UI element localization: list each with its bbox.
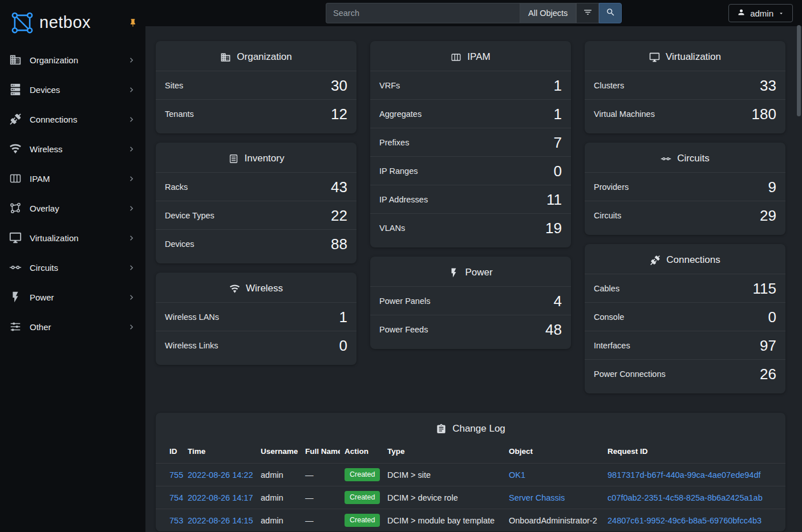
sidebar-item-label: Devices <box>30 85 60 95</box>
stat-value-link[interactable]: 1 <box>339 310 347 324</box>
card-title: Circuits <box>585 143 785 172</box>
stat-label: VLANs <box>379 224 405 233</box>
stat-label: VRFs <box>379 81 400 90</box>
stat-label: Device Types <box>165 211 214 220</box>
changelog-id-link[interactable]: 755 <box>169 470 183 480</box>
stat-value-link[interactable]: 43 <box>331 180 347 194</box>
sidebar-item-ipam[interactable]: IPAM <box>0 164 145 193</box>
sidebar-item-devices[interactable]: Devices <box>0 75 145 104</box>
search-icon <box>606 7 615 19</box>
stat-value-link[interactable]: 1 <box>554 78 562 93</box>
column-header: Object <box>504 442 603 464</box>
sidebar-header: netbox <box>0 0 145 45</box>
stat-value-link[interactable]: 11 <box>546 192 562 207</box>
changelog-time-link[interactable]: 2022-08-26 14:22 <box>188 470 253 480</box>
pin-sidebar-icon[interactable] <box>128 18 137 27</box>
netbox-logo-icon[interactable] <box>10 11 34 35</box>
changelog-id-link[interactable]: 754 <box>169 493 183 502</box>
stat-label: Interfaces <box>594 341 630 350</box>
changelog-time-link[interactable]: 2022-08-26 14:17 <box>188 493 253 502</box>
stat-label: Wireless Links <box>165 341 218 350</box>
object-type-button[interactable]: All Objects <box>520 3 576 23</box>
wifi-icon <box>9 143 22 155</box>
stat-value-link[interactable]: 88 <box>331 237 347 251</box>
stat-value-link[interactable]: 115 <box>753 281 776 296</box>
changelog-object-link[interactable]: Server Chassis <box>509 493 565 502</box>
stat-value-link[interactable]: 1 <box>554 107 562 121</box>
chevron-right-icon <box>127 174 136 184</box>
card-title: Connections <box>585 244 785 274</box>
sidebar-item-circuits[interactable]: Circuits <box>0 253 145 282</box>
changelog-row: 754 2022-08-26 14:17 admin — Created DCI… <box>156 486 785 509</box>
stat-value-link[interactable]: 26 <box>760 367 776 381</box>
stat-value-link[interactable]: 4 <box>554 294 562 308</box>
stat-value-link[interactable]: 0 <box>554 164 562 178</box>
stat-label: Cables <box>594 284 619 293</box>
stat-row: Wireless LANs 1 <box>156 302 357 331</box>
search-group: All Objects <box>326 3 622 23</box>
changelog-object-link[interactable]: OK1 <box>509 470 525 480</box>
changelog-request-link[interactable]: c07f0ab2-2351-4c58-825a-8b6a2425a1ab <box>607 493 763 502</box>
search-button[interactable] <box>599 3 622 23</box>
monitor-icon <box>9 232 22 244</box>
card-title: Wireless <box>156 273 357 302</box>
stat-value-link[interactable]: 0 <box>768 310 776 324</box>
stat-row: Prefixes 7 <box>370 128 571 156</box>
stat-value-link[interactable]: 22 <box>331 208 347 223</box>
stat-value-link[interactable]: 180 <box>752 107 776 121</box>
card-title-text: Power <box>465 267 492 278</box>
stat-label: Wireless LANs <box>165 312 219 322</box>
changelog-time-link[interactable]: 2022-08-26 14:15 <box>188 516 253 525</box>
stat-value-link[interactable]: 97 <box>760 338 776 353</box>
sidebar-item-virtualization[interactable]: Virtualization <box>0 223 145 253</box>
monitor-icon <box>649 52 660 63</box>
search-input[interactable] <box>326 3 520 23</box>
card-wireless: Wireless Wireless LANs 1 Wireless Links … <box>156 273 357 365</box>
changelog-username: admin <box>261 470 283 480</box>
stat-value-link[interactable]: 19 <box>545 221 562 235</box>
stat-value-link[interactable]: 0 <box>339 338 347 353</box>
stat-value-link[interactable]: 12 <box>331 107 347 121</box>
stat-label: Aggregates <box>379 109 422 119</box>
sidebar-item-label: Power <box>30 293 54 302</box>
card-title-text: Connections <box>666 254 720 266</box>
stat-value-link[interactable]: 48 <box>545 322 562 337</box>
chevron-right-icon <box>127 115 136 124</box>
sidebar-item-organization[interactable]: Organization <box>0 45 145 75</box>
building-icon <box>220 52 231 63</box>
sidebar-item-label: Connections <box>30 115 77 124</box>
column-header: Type <box>383 442 504 464</box>
stat-row: Racks 43 <box>156 172 357 201</box>
scrollbar-thumb[interactable] <box>797 25 801 116</box>
changelog-id-link[interactable]: 753 <box>169 516 183 525</box>
stat-value-link[interactable]: 7 <box>554 135 562 150</box>
changelog-request-link[interactable]: 9817317d-b67f-440a-99ca-4ae07ede94df <box>607 470 760 480</box>
sidebar-item-connections[interactable]: Connections <box>0 104 145 134</box>
changelog-header-row: ID Time Username Full Name Action Type O… <box>156 442 785 464</box>
list-box-icon <box>228 153 239 164</box>
user-menu-button[interactable]: admin <box>728 4 793 22</box>
column-header: Time <box>183 442 256 464</box>
chevron-right-icon <box>127 204 136 213</box>
sidebar-item-other[interactable]: Other <box>0 312 145 342</box>
stat-label: Power Connections <box>594 369 666 379</box>
filter-button[interactable] <box>576 3 599 23</box>
stat-row: Interfaces 97 <box>585 331 785 359</box>
card-ipam: IPAM VRFs 1 Aggregates 1 Prefixes 7 IP R… <box>370 41 571 247</box>
stat-label: Virtual Machines <box>594 109 655 119</box>
sidebar-item-wireless[interactable]: Wireless <box>0 134 145 164</box>
changelog-request-link[interactable]: 24807c61-9952-49c6-b8a5-69760bfcc4b3 <box>607 516 762 525</box>
changelog-username: admin <box>261 493 283 502</box>
stat-value-link[interactable]: 29 <box>760 208 776 223</box>
stat-value-link[interactable]: 30 <box>331 78 347 93</box>
username: admin <box>750 9 773 18</box>
stat-row: Aggregates 1 <box>370 99 571 128</box>
brand-name[interactable]: netbox <box>39 13 91 32</box>
card-title: Power <box>370 257 571 286</box>
sidebar-item-power[interactable]: Power <box>0 282 145 312</box>
stat-value-link[interactable]: 33 <box>760 78 776 93</box>
stat-value-link[interactable]: 9 <box>768 180 776 194</box>
sidebar-item-overlay[interactable]: Overlay <box>0 193 145 223</box>
filter-icon <box>583 7 593 19</box>
card-title-text: Organization <box>237 51 291 63</box>
